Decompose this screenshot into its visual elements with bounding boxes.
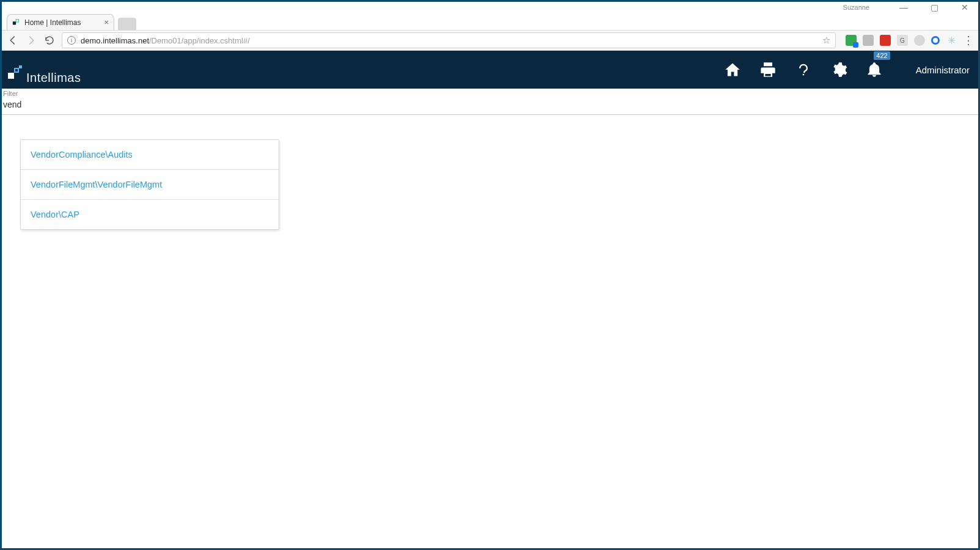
filter-label: Filter [2, 89, 978, 97]
url-text: demo.intellimas.net/Demo01/app/index.csh… [81, 36, 250, 45]
filter-area: Filter [2, 89, 978, 115]
window-titlebar: Suzanne — ▢ ✕ [2, 2, 978, 13]
chrome-menu-button[interactable]: ⋮ [963, 34, 973, 47]
filter-input[interactable] [2, 97, 978, 114]
window-maximize-button[interactable]: ▢ [926, 2, 943, 12]
main-content: VendorCompliance\Audits VendorFileMgmt\V… [2, 115, 978, 548]
app-logo[interactable]: Intellimas [7, 51, 81, 89]
gear-icon[interactable] [830, 61, 847, 78]
tab-title: Home | Intellimas [24, 18, 81, 27]
bookmark-star-icon[interactable]: ☆ [822, 35, 830, 46]
help-icon[interactable] [795, 61, 812, 78]
result-item[interactable]: VendorCompliance\Audits [21, 140, 279, 170]
tab-close-button[interactable]: × [104, 18, 109, 27]
browser-extensions: G ✳ ⋮ [842, 34, 973, 47]
extension-icon[interactable] [846, 35, 857, 46]
app-header: Intellimas 422 Administrator [2, 51, 978, 89]
result-item[interactable]: VendorFileMgmt\VendorFileMgmt [21, 170, 279, 200]
browser-forward-button[interactable] [25, 34, 37, 46]
browser-reload-button[interactable] [43, 34, 56, 46]
browser-tab-strip: Home | Intellimas × [2, 13, 978, 30]
new-tab-button[interactable] [118, 18, 136, 30]
user-label[interactable]: Administrator [916, 65, 970, 75]
print-icon[interactable] [759, 61, 777, 78]
browser-url-bar: i demo.intellimas.net/Demo01/app/index.c… [2, 30, 978, 51]
browser-omnibox[interactable]: i demo.intellimas.net/Demo01/app/index.c… [62, 32, 836, 48]
app-logo-icon [7, 65, 25, 84]
result-item[interactable]: Vendor\CAP [21, 200, 279, 229]
browser-tab[interactable]: Home | Intellimas × [7, 14, 114, 30]
header-icon-group: 422 Administrator [724, 61, 970, 78]
extension-icon[interactable]: ✳ [946, 35, 957, 46]
chrome-profile-name[interactable]: Suzanne [843, 4, 869, 11]
tab-favicon [12, 18, 21, 27]
extension-icon[interactable] [880, 35, 891, 46]
window-minimize-button[interactable]: — [895, 2, 912, 12]
notification-badge: 422 [874, 51, 890, 60]
extension-icon[interactable]: G [897, 35, 908, 46]
app-logo-text: Intellimas [26, 71, 81, 85]
extension-icon[interactable] [863, 35, 874, 46]
url-host: demo.intellimas.net [81, 36, 149, 45]
site-info-icon[interactable]: i [67, 36, 76, 45]
url-path: /Demo01/app/index.cshtml#/ [149, 36, 250, 45]
svg-rect-1 [16, 19, 18, 21]
browser-back-button[interactable] [7, 34, 19, 46]
results-card: VendorCompliance\Audits VendorFileMgmt\V… [20, 139, 279, 230]
home-icon[interactable] [724, 61, 741, 78]
extension-icon[interactable] [931, 36, 940, 45]
svg-rect-0 [13, 21, 16, 24]
bell-icon[interactable]: 422 [866, 61, 883, 78]
extension-icon[interactable] [914, 35, 925, 46]
window-close-button[interactable]: ✕ [956, 2, 973, 12]
